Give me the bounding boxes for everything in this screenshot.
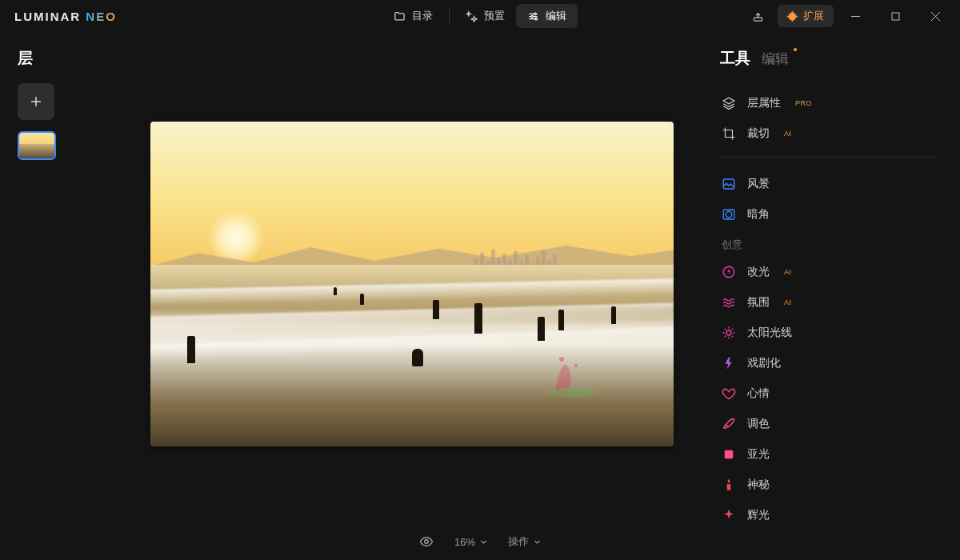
app-logo: LUMINAR NEO (14, 10, 117, 23)
tool-label: 暗角 (747, 207, 770, 222)
svg-point-0 (534, 13, 537, 15)
bolt-icon (722, 356, 736, 370)
pro-badge: PRO (795, 99, 812, 107)
close-icon (931, 12, 940, 21)
tool-label: 调色 (747, 417, 770, 431)
extensions-label: 扩展 (803, 9, 824, 23)
square-icon (722, 447, 736, 462)
tool-matte[interactable]: 亚光 (720, 439, 936, 470)
heart-icon (722, 386, 736, 401)
tool-label: 风景 (747, 177, 770, 191)
ai-badge: AI (784, 298, 792, 306)
mode-nav: 目录 预置 编辑 (382, 4, 578, 28)
minimize-button[interactable] (837, 4, 874, 28)
canvas-area: 16% 操作 (120, 32, 704, 560)
share-button[interactable] (744, 4, 771, 28)
chevron-down-icon (480, 538, 487, 546)
chevron-down-icon (534, 538, 541, 546)
tool-dramatic[interactable]: 戏剧化 (720, 348, 936, 378)
svg-point-7 (574, 364, 578, 367)
layers-title: 层 (18, 48, 120, 69)
share-icon (752, 10, 764, 22)
titlebar: LUMINAR NEO 目录 预置 编辑 扩展 (0, 0, 960, 32)
tool-label: 亚光 (747, 447, 770, 462)
maximize-icon (891, 12, 900, 21)
svg-point-6 (559, 357, 564, 362)
maximize-button[interactable] (877, 4, 914, 28)
compare-toggle[interactable] (419, 534, 434, 549)
watermark (523, 335, 611, 407)
nav-presets-label: 预置 (484, 9, 505, 23)
ops-label: 操作 (508, 534, 529, 549)
tool-atmosphere[interactable]: 氛围 AI (720, 287, 936, 318)
divider (720, 157, 936, 158)
tool-label: 戏剧化 (747, 356, 781, 370)
tool-toning[interactable]: 调色 (720, 409, 936, 439)
brush-icon (722, 417, 736, 431)
tool-relight[interactable]: 改光 AI (720, 257, 936, 287)
svg-rect-4 (892, 13, 899, 20)
image-icon (722, 177, 736, 191)
svg-point-1 (531, 15, 534, 18)
sun-icon (722, 326, 736, 340)
layers-panel: 层 (0, 32, 120, 560)
sparkle-icon (722, 508, 736, 522)
tool-vignette[interactable]: 暗角 (720, 199, 936, 230)
candle-icon (722, 478, 736, 492)
vignette-icon (722, 207, 736, 222)
zoom-dropdown[interactable]: 16% (454, 536, 487, 548)
logo-suffix: NEO (86, 10, 117, 23)
waves-icon (722, 295, 736, 310)
puzzle-icon (787, 10, 798, 22)
ops-dropdown[interactable]: 操作 (508, 534, 541, 549)
tool-sunrays[interactable]: 太阳光线 (720, 318, 936, 348)
svg-rect-14 (725, 450, 734, 459)
folder-icon (394, 10, 406, 22)
tool-layer-properties[interactable]: 层属性 PRO (720, 88, 936, 118)
tools-title: 工具 (720, 48, 750, 69)
close-button[interactable] (917, 4, 954, 28)
tool-mystical[interactable]: 神秘 (720, 470, 936, 500)
layer-thumbnail[interactable] (18, 131, 56, 160)
ai-badge: AI (784, 130, 792, 138)
tool-label: 辉光 (747, 508, 770, 522)
tool-label: 裁切 (747, 126, 770, 141)
window-controls: 扩展 (744, 4, 954, 28)
svg-point-11 (726, 211, 732, 218)
bolt-circle-icon (722, 265, 736, 279)
extensions-button[interactable]: 扩展 (778, 5, 834, 27)
layers-icon (722, 96, 736, 110)
tool-mood[interactable]: 心情 (720, 378, 936, 409)
crop-icon (722, 126, 736, 141)
tool-label: 太阳光线 (747, 326, 792, 340)
svg-rect-9 (723, 179, 734, 189)
plus-icon (29, 94, 43, 109)
tool-glow[interactable]: 辉光 (720, 500, 936, 530)
tool-landscape[interactable]: 风景 (720, 169, 936, 199)
svg-point-13 (726, 330, 731, 335)
tool-label: 心情 (747, 386, 770, 401)
nav-presets[interactable]: 预置 (454, 4, 516, 28)
nav-edit[interactable]: 编辑 (516, 4, 578, 28)
logo-brand: LUMINAR (14, 10, 81, 23)
tool-crop[interactable]: 裁切 AI (720, 118, 936, 149)
tool-label: 神秘 (747, 478, 770, 492)
ai-badge: AI (784, 268, 792, 276)
tool-label: 改光 (747, 265, 770, 279)
svg-point-5 (549, 388, 597, 398)
tools-panel: 工具 编辑 层属性 PRO 裁切 AI 风景 暗角 创意 改光 AI (704, 32, 960, 560)
minimize-icon (851, 12, 860, 21)
nav-catalog[interactable]: 目录 (382, 4, 444, 28)
image-canvas[interactable] (150, 122, 674, 446)
nav-separator (449, 9, 450, 23)
edits-tab[interactable]: 编辑 (762, 50, 789, 68)
eye-icon (419, 534, 434, 549)
nav-catalog-label: 目录 (412, 9, 433, 23)
sliders-icon (527, 10, 539, 22)
sparkle-icon (466, 10, 478, 22)
viewer-controls: 16% 操作 (419, 534, 541, 549)
tool-label: 氛围 (747, 295, 770, 310)
nav-edit-label: 编辑 (546, 9, 566, 23)
zoom-value: 16% (454, 536, 475, 548)
add-layer-button[interactable] (18, 83, 54, 120)
